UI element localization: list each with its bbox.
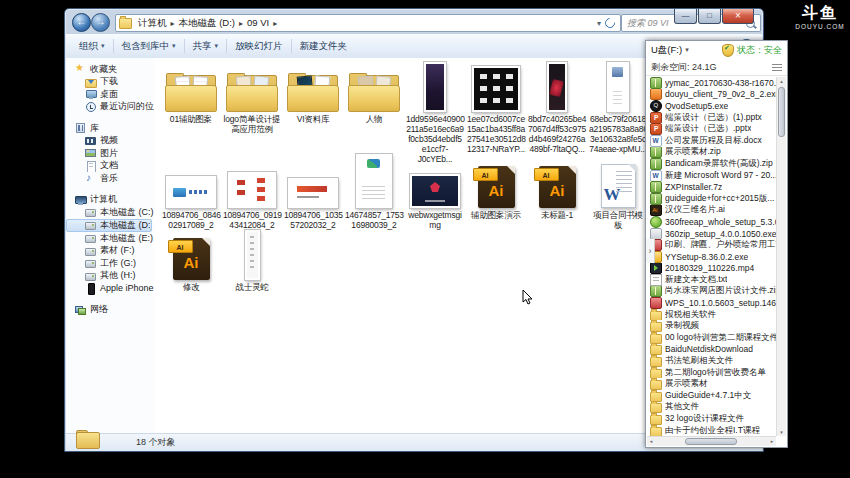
usb-file-name: 尚水珠宝网店图片设计文件.zip	[665, 286, 776, 298]
sidebar-item-本地磁盘 (D:)[interactable]: 本地磁盘 (D:)	[66, 219, 152, 233]
sidebar-item-图片[interactable]: 图片	[66, 147, 154, 160]
sidebar-item-网络[interactable]: 网络	[66, 304, 154, 317]
file-item[interactable]: logo简单设计提 高应用范例	[223, 60, 281, 134]
usb-file-item[interactable]: 报税相关软件	[648, 309, 776, 321]
sidebar-item-收藏夹[interactable]: 收藏夹	[66, 63, 154, 76]
scrollbar-thumb[interactable]	[685, 438, 737, 445]
close-button[interactable]: ×	[722, 9, 754, 24]
sidebar-item-本地磁盘 (E:)[interactable]: 本地磁盘 (E:)	[66, 232, 154, 245]
scroll-left-icon[interactable]: ◂	[647, 437, 655, 446]
maximize-button[interactable]: □	[698, 9, 721, 24]
usb-file-item[interactable]: BaiduNetdiskDownload	[648, 344, 776, 356]
sidebar-item-Apple iPhone[interactable]: Apple iPhone	[66, 282, 154, 295]
sidebar-item-素材 (F:)[interactable]: 素材 (F:)	[66, 245, 154, 258]
sidebar-item-桌面[interactable]: 桌面	[66, 88, 154, 101]
file-item[interactable]: 1dd9596e40900 211a5e16ec6a9 f0cb35d4ebdf…	[406, 60, 464, 164]
sidebar-item-文档[interactable]: 文档	[66, 160, 154, 173]
file-item[interactable]: 8bd7c40265be4 7067d4ff53c975 d4b469f2427…	[528, 60, 586, 154]
usb-file-item[interactable]: 32 logo设计课程文件	[648, 413, 776, 425]
usb-drive-title[interactable]: U盘(F:)	[651, 44, 682, 57]
usb-file-item[interactable]: 汉仪三维名片.ai	[648, 205, 776, 217]
file-item[interactable]: 01辅助图案	[162, 60, 220, 124]
usb-file-item[interactable]: 360zip_setup_4.0.0.1050.exe	[648, 228, 776, 240]
usb-file-item[interactable]: 20180329_110226.mp4	[648, 263, 776, 275]
panel-collapse-arrow[interactable]: ›	[646, 239, 655, 263]
address-bar[interactable]: 计算机▸本地磁盘 (D:)▸09 VI▸ ▾	[115, 14, 621, 32]
toolbar-item[interactable]: 组织▾	[72, 38, 112, 55]
usb-file-item[interactable]: 新建 Microsoft Word 97 - 20...	[648, 170, 776, 182]
toolbar-item[interactable]: 放映幻灯片	[228, 38, 290, 55]
file-item[interactable]: 1ee07cd6007ce 15ac1ba435ff8a 27541e30512…	[467, 60, 525, 154]
minimize-button[interactable]: —	[674, 9, 697, 24]
sidebar-item-本地磁盘 (C:)[interactable]: 本地磁盘 (C:)	[66, 206, 154, 219]
usb-file-item[interactable]: YYSetup-8.36.0.2.exe	[648, 251, 776, 263]
scrollbar-thumb[interactable]	[778, 87, 785, 137]
usb-file-item[interactable]: 端策设计（已选）(1).pptx	[648, 112, 776, 124]
usb-file-item[interactable]: QvodSetup5.exe	[648, 100, 776, 112]
usb-file-item[interactable]: 书法笔刷相关文件	[648, 355, 776, 367]
usb-file-item[interactable]: 展示喷素材.zip	[648, 147, 776, 159]
usb-file-item[interactable]: Bandicam录屏软件(高级).zip	[648, 158, 776, 170]
menu-icon[interactable]	[772, 64, 782, 71]
download-icon	[85, 77, 96, 87]
usb-file-item[interactable]: douyu_client_79_0v2_8_2.exe	[648, 89, 776, 101]
scroll-down-icon[interactable]: ▾	[777, 428, 786, 436]
file-item[interactable]: 14674857_1753 16980039_2	[345, 158, 403, 230]
usb-file-item[interactable]: 录制视频	[648, 320, 776, 332]
file-item[interactable]: webwxgetmsgi mg	[406, 158, 464, 230]
sidebar-item-最近访问的位置[interactable]: 最近访问的位置	[66, 101, 154, 114]
file-item[interactable]: 项目合同书模板	[589, 158, 647, 230]
usb-file-item[interactable]: 公司发展历程及目标.docx	[648, 135, 776, 147]
usb-file-item[interactable]: 360freeap_whole_setup_5.3.0...	[648, 216, 776, 228]
file-item[interactable]: 10894706_0919 43412084_2	[223, 158, 281, 230]
file-item[interactable]: 未标题-1	[528, 158, 586, 220]
sidebar-item-库[interactable]: 库	[66, 122, 154, 135]
chevron-down-icon[interactable]: ▾	[685, 46, 689, 54]
usb-file-item[interactable]: 端策设计（已选）.pptx	[648, 123, 776, 135]
usb-file-item[interactable]: 00 logo特训营第二期课程文件	[648, 332, 776, 344]
usb-file-item[interactable]: WPS_10.1.0.5603_setup.1468...	[648, 297, 776, 309]
file-item[interactable]: 战士灵蛇	[223, 234, 281, 292]
file-item[interactable]: 68ebc79f20618 a2195783a8a86 3e10632a8fe5…	[589, 60, 647, 154]
file-item[interactable]: 辅助图案演示	[467, 158, 525, 220]
usb-file-item[interactable]: GuideGuide+4.7.1中文	[648, 390, 776, 402]
usb-file-item[interactable]: 其他文件	[648, 402, 776, 414]
scroll-right-icon[interactable]: ▸	[768, 437, 776, 446]
file-item[interactable]: 人物	[345, 60, 403, 124]
sidebar-item-音乐[interactable]: 音乐	[66, 172, 154, 185]
file-item[interactable]: 10894706_0846 02917089_2	[162, 158, 220, 230]
usb-file-item[interactable]: 新建文本文档.txt	[648, 274, 776, 286]
back-button[interactable]: ←	[72, 13, 91, 32]
toolbar-item[interactable]: 共享▾	[186, 38, 226, 55]
usb-file-item[interactable]: 尚水珠宝网店图片设计文件.zip	[648, 286, 776, 298]
usb-file-item[interactable]: 由卡于约创业全程I.T课程	[648, 425, 776, 436]
breadcrumb-segment[interactable]: 本地磁盘 (D:)	[176, 17, 238, 28]
horizontal-scrollbar[interactable]: ◂ ▸	[647, 436, 776, 446]
toolbar-item[interactable]: 新建文件夹	[293, 38, 355, 55]
usb-file-item[interactable]: 第二期logo特训营收费名单	[648, 367, 776, 379]
sidebar-item-视频[interactable]: 视频	[66, 135, 154, 148]
toolbar-item[interactable]: 包含到库中▾	[115, 38, 183, 55]
scroll-up-icon[interactable]: ▴	[777, 77, 786, 85]
address-dropdown-icon[interactable]: ▾	[597, 19, 601, 28]
vertical-scrollbar[interactable]: ▴ ▾	[776, 77, 786, 436]
sidebar-item-下载[interactable]: 下载	[66, 76, 154, 89]
breadcrumb-segment[interactable]: 09 VI	[244, 17, 272, 28]
toolbar-separator	[291, 39, 292, 53]
file-icon-zone	[406, 158, 464, 208]
usb-file-item[interactable]: guideguide+for+cc+2015版...	[648, 193, 776, 205]
sidebar-item-工作 (G:)[interactable]: 工作 (G:)	[66, 257, 154, 270]
refresh-icon[interactable]	[603, 16, 617, 30]
forward-button[interactable]: →	[91, 13, 110, 32]
sidebar-item-其他 (H:)[interactable]: 其他 (H:)	[66, 270, 154, 283]
usb-file-item[interactable]: 展示喷素材	[648, 378, 776, 390]
usb-file-item[interactable]: yymac_20170630-438-r1670...	[648, 77, 776, 89]
sidebar-item-计算机[interactable]: 计算机	[66, 194, 154, 207]
breadcrumb-segment[interactable]: 计算机	[135, 17, 170, 28]
usb-file-item[interactable]: 印刷、牌匾、户外喷绘常用工艺...	[648, 239, 776, 251]
file-item[interactable]: 10894706_1035 57202032_2	[284, 158, 342, 230]
file-item[interactable]: 修改	[162, 234, 220, 292]
sidebar-item-label: 本地磁盘 (E:)	[100, 232, 153, 245]
usb-file-item[interactable]: ZXPInstaller.7z	[648, 181, 776, 193]
file-item[interactable]: VI资料库	[284, 60, 342, 124]
